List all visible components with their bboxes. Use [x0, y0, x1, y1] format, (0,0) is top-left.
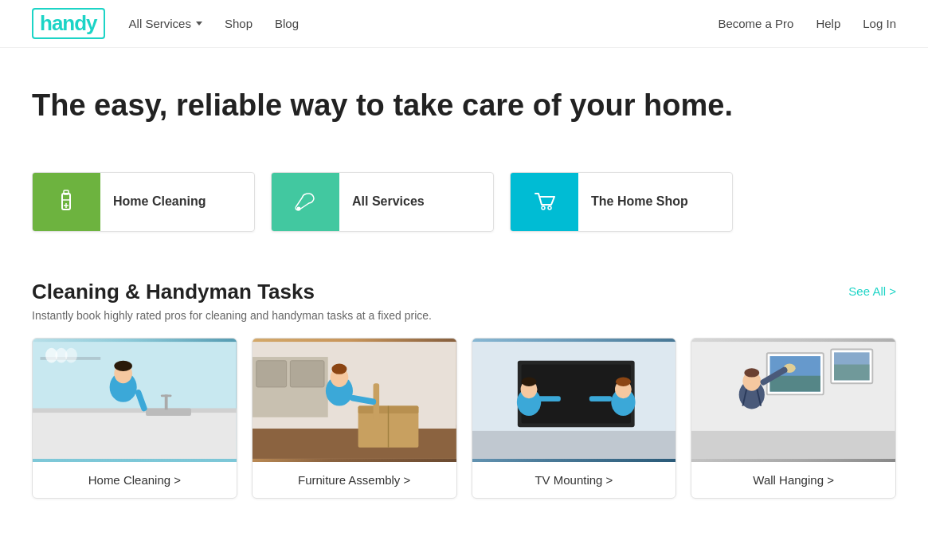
nav-help[interactable]: Help	[816, 17, 840, 30]
navbar: handy All Services Shop Blog Become a Pr…	[0, 0, 928, 48]
tv-mounting-card-label: TV Mounting >	[472, 462, 676, 498]
svg-rect-51	[691, 430, 895, 458]
all-services-icon-bg	[272, 172, 339, 232]
nav-right-links: Become a Pro Help Log In	[718, 17, 896, 30]
svg-point-20	[114, 360, 132, 370]
svg-point-43	[521, 377, 536, 386]
nav-shop[interactable]: Shop	[225, 17, 253, 30]
svg-rect-1	[64, 190, 69, 194]
home-cleaning-image	[33, 339, 237, 462]
furniture-assembly-image	[253, 339, 456, 462]
svg-point-5	[297, 208, 300, 210]
service-card-all-services[interactable]: All Services	[271, 172, 494, 232]
nav-all-services[interactable]: All Services	[129, 17, 202, 30]
nav-blog[interactable]: Blog	[275, 17, 299, 30]
task-card-furniture-assembly[interactable]: Furniture Assembly >	[252, 338, 457, 499]
home-shop-icon-bg	[511, 172, 578, 232]
task-cards-row: Home Cleaning >	[32, 338, 896, 499]
service-cards-row: Home Cleaning All Services The Home Shop	[0, 148, 928, 248]
nav-left-links: All Services Shop Blog	[129, 17, 299, 30]
svg-point-34	[331, 363, 347, 374]
wall-hanging-image	[691, 339, 895, 462]
tasks-section-subtitle: Instantly book highly rated pros for cle…	[32, 309, 896, 322]
all-services-label: All Services	[339, 194, 437, 209]
service-card-home-shop[interactable]: The Home Shop	[510, 172, 733, 232]
see-all-link[interactable]: See All >	[848, 284, 896, 298]
svg-rect-38	[472, 430, 676, 458]
home-cleaning-card-label: Home Cleaning >	[33, 462, 237, 498]
tasks-section-title: Cleaning & Handyman Tasks	[32, 280, 315, 304]
nav-login[interactable]: Log In	[863, 17, 896, 30]
svg-rect-26	[256, 360, 286, 386]
svg-rect-9	[33, 409, 237, 459]
furniture-assembly-card-label: Furniture Assembly >	[253, 462, 456, 498]
task-card-tv-mounting[interactable]: TV Mounting >	[472, 338, 677, 499]
svg-point-7	[548, 206, 551, 210]
svg-point-6	[542, 206, 545, 210]
svg-point-47	[615, 377, 630, 386]
nav-become-pro[interactable]: Become a Pro	[718, 17, 793, 30]
svg-rect-17	[161, 394, 171, 397]
service-card-home-cleaning[interactable]: Home Cleaning	[32, 172, 255, 232]
svg-rect-10	[33, 408, 237, 413]
svg-rect-58	[834, 364, 870, 380]
task-card-home-cleaning[interactable]: Home Cleaning >	[32, 338, 237, 499]
cleaning-bottle-icon	[53, 187, 81, 216]
tasks-section-header: Cleaning & Handyman Tasks See All >	[32, 280, 896, 304]
svg-rect-15	[146, 408, 191, 415]
wall-hanging-scene	[691, 339, 895, 462]
tasks-title-group: Cleaning & Handyman Tasks	[32, 280, 315, 304]
dropdown-arrow-icon	[196, 22, 202, 25]
wrench-icon	[292, 187, 320, 216]
home-cleaning-icon-bg	[33, 172, 100, 232]
tv-mounting-image	[472, 339, 676, 462]
hero-headline: The easy, reliable way to take care of y…	[32, 88, 749, 124]
home-shop-label: The Home Shop	[578, 194, 701, 209]
home-cleaning-label: Home Cleaning	[100, 194, 218, 209]
wall-hanging-card-label: Wall Hanging >	[691, 462, 895, 498]
home-cleaning-scene	[33, 339, 237, 462]
task-card-wall-hanging[interactable]: Wall Hanging >	[691, 338, 896, 499]
furniture-scene	[253, 339, 456, 462]
logo[interactable]: handy	[32, 8, 105, 39]
tv-mounting-scene	[472, 339, 676, 462]
svg-rect-44	[538, 396, 560, 401]
svg-point-14	[65, 347, 77, 362]
svg-rect-23	[253, 425, 456, 459]
shopping-cart-icon	[531, 187, 559, 216]
svg-rect-16	[165, 394, 168, 409]
svg-point-61	[745, 368, 760, 377]
tasks-section: Cleaning & Handyman Tasks See All > Inst…	[0, 248, 928, 515]
hero-section: The easy, reliable way to take care of y…	[0, 48, 928, 148]
svg-rect-27	[290, 360, 324, 386]
svg-rect-54	[770, 375, 820, 391]
svg-rect-48	[589, 396, 611, 401]
